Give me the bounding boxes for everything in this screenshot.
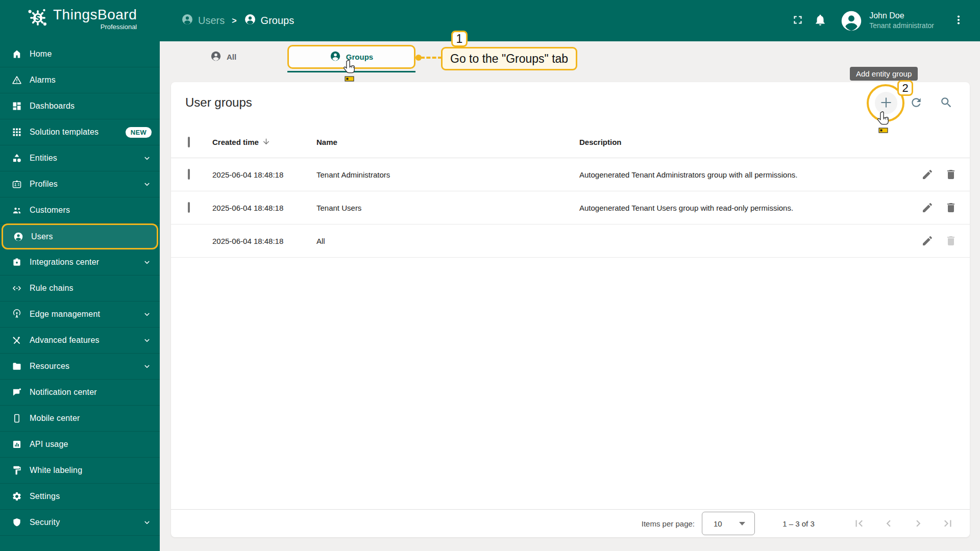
sidebar-item-notification-center[interactable]: Notification center	[0, 380, 160, 406]
chevron-down-icon	[142, 154, 152, 163]
account-circle-icon	[330, 51, 341, 63]
bar-chart-icon	[12, 439, 22, 449]
first-page-button[interactable]	[844, 512, 874, 535]
items-per-page-select[interactable]: 10	[702, 512, 755, 535]
paginator: Items per page: 10 1 – 3 of 3	[171, 509, 970, 537]
sidebar-item-resources[interactable]: Resources	[0, 354, 160, 380]
gear-icon	[12, 491, 22, 502]
chevron-down-icon	[142, 362, 152, 371]
chevron-down-icon	[142, 518, 152, 527]
sidebar-item-security[interactable]: Security	[0, 510, 160, 536]
brand-edition: Professional	[53, 23, 137, 31]
grid-icon	[12, 127, 22, 137]
sidebar-item-advanced-features[interactable]: Advanced features	[0, 328, 160, 354]
brand-name: ThingsBoard	[53, 7, 137, 22]
people-icon	[12, 205, 22, 215]
page-title: User groups	[185, 95, 252, 110]
account-circle-icon	[244, 13, 256, 28]
add-entity-group-tooltip: Add entity group	[850, 67, 918, 81]
thingsboard-logo[interactable]: ThingsBoard Professional	[27, 6, 137, 32]
sidebar-item-profiles[interactable]: Profiles	[0, 171, 160, 197]
table-row[interactable]: 2025-06-04 18:48:18 Tenant Administrator…	[171, 158, 970, 191]
chevron-down-icon	[142, 258, 152, 267]
table-header-row: Created time Name Description	[171, 127, 970, 158]
account-circle-icon	[210, 51, 222, 63]
search-button[interactable]	[935, 92, 958, 114]
sidebar-item-customers[interactable]: Customers	[0, 197, 160, 223]
cell-name: Tenant Users	[316, 204, 579, 212]
select-caret-icon	[739, 522, 745, 525]
column-description[interactable]: Description	[579, 138, 898, 146]
sidebar-item-alarms[interactable]: Alarms	[0, 67, 160, 93]
sidebar-item-integrations-center[interactable]: Integrations center	[0, 249, 160, 276]
sidebar-item-solution-templates[interactable]: Solution templates NEW	[0, 119, 160, 145]
user-role: Tenant administrator	[869, 21, 934, 31]
home-icon	[12, 49, 22, 59]
more-menu-button[interactable]	[947, 10, 970, 32]
annotation-step1-label: Go to the "Groups" tab	[441, 47, 577, 70]
column-created-time[interactable]: Created time	[212, 137, 316, 147]
paint-icon	[12, 465, 22, 475]
sidebar-item-home[interactable]: Home	[0, 41, 160, 67]
sidebar-item-white-labeling[interactable]: White labeling	[0, 458, 160, 484]
tab-all-label: All	[227, 53, 236, 61]
sidebar-item-users[interactable]: Users	[2, 223, 158, 249]
breadcrumb-separator: >	[232, 16, 236, 26]
sidebar-item-api-usage[interactable]: API usage	[0, 432, 160, 458]
table-row[interactable]: 2025-06-04 18:48:18 All	[171, 224, 970, 258]
cell-created-time: 2025-06-04 18:48:18	[212, 204, 316, 212]
next-page-button[interactable]	[903, 512, 933, 535]
new-badge: NEW	[126, 127, 152, 138]
edit-button[interactable]	[921, 201, 934, 214]
row-checkbox[interactable]	[188, 202, 190, 213]
previous-page-button[interactable]	[874, 512, 903, 535]
antenna-icon	[12, 309, 22, 319]
column-name[interactable]: Name	[316, 138, 579, 146]
top-header-bar: ThingsBoard Professional Users > Groups	[0, 0, 980, 41]
cell-name: Tenant Administrators	[316, 170, 579, 179]
integration-icon	[12, 257, 22, 267]
sidebar-item-mobile-center[interactable]: Mobile center	[0, 406, 160, 432]
sidebar-item-rule-chains[interactable]: Rule chains	[0, 276, 160, 302]
edit-button[interactable]	[921, 168, 934, 181]
sidebar-item-edge-management[interactable]: Edge management	[0, 302, 160, 328]
fullscreen-button[interactable]	[787, 10, 809, 32]
page-range: 1 – 3 of 3	[779, 519, 818, 528]
shapes-icon	[12, 153, 22, 163]
search-icon	[940, 96, 953, 111]
chevron-down-icon	[142, 180, 152, 189]
kebab-menu-icon	[952, 14, 965, 28]
chat-bubble-icon	[12, 387, 22, 397]
last-page-button[interactable]	[933, 512, 963, 535]
chevron-down-icon	[142, 336, 152, 345]
delete-button[interactable]	[944, 201, 958, 214]
notifications-button[interactable]	[809, 10, 831, 32]
thingsboard-logo-icon	[27, 6, 49, 32]
edit-button[interactable]	[921, 234, 934, 247]
annotation-connector-line	[421, 57, 442, 59]
cell-description: Autogenerated Tenant Users group with re…	[579, 204, 898, 212]
breadcrumb: Users > Groups	[181, 0, 294, 41]
warning-icon	[12, 75, 22, 85]
user-name: John Doe	[869, 11, 934, 21]
breadcrumb-users[interactable]: Users	[181, 13, 225, 28]
chevron-down-icon	[142, 310, 152, 319]
annotation-step1-number: 1	[451, 31, 468, 47]
row-checkbox[interactable]	[188, 169, 190, 180]
delete-button[interactable]	[944, 168, 958, 181]
table-row[interactable]: 2025-06-04 18:48:18 Tenant Users Autogen…	[171, 191, 970, 224]
avatar[interactable]	[841, 10, 862, 32]
fullscreen-icon	[791, 13, 804, 28]
breadcrumb-groups[interactable]: Groups	[244, 13, 295, 28]
refresh-icon	[910, 96, 923, 111]
hand-cursor-icon	[342, 59, 359, 85]
sidebar-item-settings[interactable]: Settings	[0, 484, 160, 510]
sidebar-item-entities[interactable]: Entities	[0, 145, 160, 171]
sidebar-item-dashboards[interactable]: Dashboards	[0, 93, 160, 119]
tab-all[interactable]: All	[184, 45, 263, 69]
user-info[interactable]: John Doe Tenant administrator	[869, 11, 934, 31]
user-groups-card: User groups	[171, 82, 970, 537]
dashboard-icon	[12, 101, 22, 111]
breadcrumb-users-label: Users	[198, 15, 225, 27]
select-all-checkbox[interactable]	[188, 137, 190, 147]
